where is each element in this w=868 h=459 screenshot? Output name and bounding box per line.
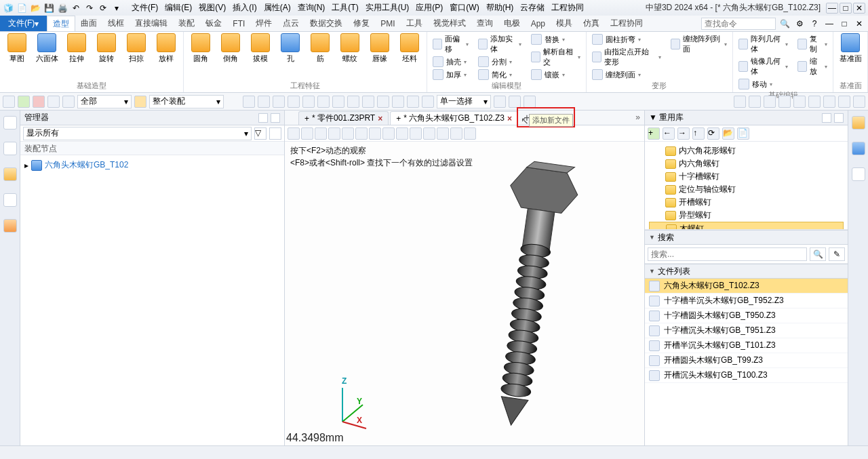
ribbon-tab[interactable]: 仿真 (578, 16, 605, 31)
menu-item[interactable]: 工程协同 (549, 1, 587, 15)
file-list-item[interactable]: 十字槽半沉头木螺钉GB_T952.Z3 (645, 294, 848, 308)
ribbon-button[interactable]: 筋 (307, 33, 333, 64)
undo-icon[interactable]: ↶ (71, 3, 81, 14)
ribbon-tab[interactable]: 钣金 (200, 16, 227, 31)
filter-icon[interactable] (47, 96, 60, 108)
v-icon-10[interactable] (410, 127, 422, 140)
strip-user-icon[interactable] (3, 219, 17, 233)
refresh-icon[interactable]: ⟳ (98, 3, 108, 14)
settings-icon[interactable]: ⚙ (793, 19, 806, 28)
ribbon-tab[interactable]: 装配 (173, 16, 200, 31)
expand-icon[interactable]: ▸ (24, 161, 28, 170)
panel-pin-icon[interactable] (258, 113, 268, 123)
menu-item[interactable]: 插入(I) (230, 1, 259, 15)
ribbon-button[interactable]: 放样 (153, 33, 179, 64)
v-icon-8[interactable] (382, 127, 395, 140)
nav-add-icon[interactable]: + (648, 127, 660, 140)
filter-opt-icon[interactable] (269, 127, 281, 140)
model-bolt[interactable] (461, 155, 597, 440)
search-icon[interactable]: 🔍 (778, 19, 791, 28)
ribbon-tab[interactable]: 数据交换 (304, 16, 348, 31)
strip-assembly-icon[interactable] (3, 116, 17, 129)
select-icon[interactable] (3, 96, 15, 108)
ribbon-tab[interactable]: 工程协同 (605, 16, 648, 31)
ribbon-line-button[interactable]: 镜像几何体 ▾ (737, 56, 789, 77)
ribbon-button[interactable]: 拉伸 (64, 33, 90, 64)
new-icon[interactable]: 📄 (16, 3, 27, 14)
ribbon-close-button[interactable]: ✕ (853, 19, 865, 28)
reuse-search-button[interactable]: 🔍 (810, 247, 826, 261)
file-list-item[interactable]: 开槽半沉头木螺钉GB_T101.Z3 (645, 338, 848, 353)
t-icon-9[interactable] (362, 96, 374, 108)
strip-tree-icon[interactable] (3, 142, 17, 155)
ribbon-tab[interactable]: 焊件 (250, 16, 277, 31)
folder-item[interactable]: 十字槽螺钉 (649, 170, 844, 183)
nav-new-icon[interactable]: 📄 (737, 127, 749, 140)
folder-item[interactable]: 定位与轴位螺钉 (649, 183, 844, 196)
ribbon-button[interactable]: 圆角 (188, 33, 214, 64)
tab-overflow-icon[interactable]: » (635, 113, 640, 122)
menu-item[interactable]: 窗口(W) (447, 1, 481, 15)
folder-item[interactable]: 开槽螺钉 (649, 196, 844, 209)
close-button[interactable]: ✕ (853, 3, 865, 14)
ribbon-button[interactable]: 唇缘 (367, 33, 393, 64)
ribbon-line-button[interactable]: 阵列几何体 ▾ (737, 33, 789, 55)
file-list-item[interactable]: 开槽沉头木螺钉GB_T100.Z3 (645, 368, 848, 383)
command-search-input[interactable] (701, 18, 776, 30)
ribbon-line-button[interactable]: 面偏移 ▾ (431, 33, 470, 55)
ribbon-tab[interactable]: 曲面 (75, 16, 102, 31)
t-icon-6[interactable] (317, 96, 330, 108)
ribbon-button[interactable]: 扫掠 (123, 33, 149, 64)
ribbon-line-button[interactable]: 加厚 ▾ (431, 68, 470, 81)
t-icon-11[interactable] (392, 96, 404, 108)
ribbon-tab[interactable]: 造型 (47, 16, 75, 31)
ribbon-button[interactable]: 螺纹 (337, 33, 363, 64)
menu-item[interactable]: 视图(V) (196, 1, 229, 15)
ribbon-tab[interactable]: 视觉样式 (428, 16, 471, 31)
ribbon-button[interactable]: 倒角 (218, 33, 243, 64)
v-icon-5[interactable] (342, 127, 354, 140)
folder-item[interactable]: 异型螺钉 (649, 209, 844, 222)
filter-combo-all[interactable]: 全部▾ (77, 95, 132, 108)
menu-item[interactable]: 文件(F) (129, 1, 161, 15)
filter-combo-assembly[interactable]: 整个装配▾ (149, 95, 224, 108)
ribbon-button[interactable]: 六面体 (34, 33, 60, 64)
ribbon-button[interactable]: 坯料 (397, 33, 422, 64)
ribbon-tab[interactable]: 直接编辑 (130, 16, 173, 31)
file-list-item[interactable]: 开槽圆头木螺钉GB_T99.Z3 (645, 353, 848, 368)
ribbon-tab[interactable]: FTI (227, 16, 250, 31)
nav-back-icon[interactable]: ← (663, 127, 675, 140)
sketch-poly-icon[interactable] (823, 96, 835, 108)
ribbon-line-button[interactable]: 简化 ▾ (477, 68, 522, 81)
t-icon-1[interactable] (243, 96, 255, 108)
v-icon-9[interactable] (396, 127, 408, 140)
sketch-line-icon[interactable] (734, 96, 746, 108)
show-filter-combo[interactable]: 显示所有▾ (23, 127, 252, 140)
strip-image-icon[interactable] (3, 193, 17, 207)
t-icon-5[interactable] (302, 96, 315, 108)
t-icon-13[interactable] (422, 96, 434, 108)
v-icon-7[interactable] (369, 127, 381, 140)
rstrip-lib-icon[interactable] (852, 167, 865, 181)
ribbon-button[interactable]: 孔 (277, 33, 303, 64)
menu-item[interactable]: 查询(N) (295, 1, 328, 15)
strip-part-icon[interactable] (3, 167, 17, 181)
menu-item[interactable]: 云存储 (517, 1, 547, 15)
ribbon-line-button[interactable]: 替换 ▾ (530, 33, 582, 45)
rstrip-part-icon[interactable] (852, 142, 865, 155)
close-tab-2-icon[interactable]: × (507, 114, 512, 123)
t-icon-12[interactable] (407, 96, 419, 108)
sketch-spline-icon[interactable] (793, 96, 806, 108)
ribbon-tab[interactable]: 修复 (348, 16, 375, 31)
menu-item[interactable]: 应用(P) (413, 1, 446, 15)
ribbon-button[interactable]: 旋转 (94, 33, 119, 64)
t-icon-10[interactable] (377, 96, 389, 108)
ribbon-min-button[interactable]: — (823, 19, 835, 28)
reuse-search-input[interactable] (648, 247, 807, 261)
viewport[interactable]: 按下<F2>动态的观察 <F8>或者<Shift-roll> 查找下一个有效的过… (285, 142, 644, 445)
doc-tab-2[interactable]: + * 六角头木螺钉GB_T102.Z3 × (390, 111, 518, 125)
sketch-misc2-icon[interactable] (853, 96, 865, 108)
layer-icon[interactable] (62, 96, 75, 108)
help-icon[interactable]: ? (808, 19, 821, 28)
folder-item[interactable]: 木螺钉 (649, 222, 844, 230)
